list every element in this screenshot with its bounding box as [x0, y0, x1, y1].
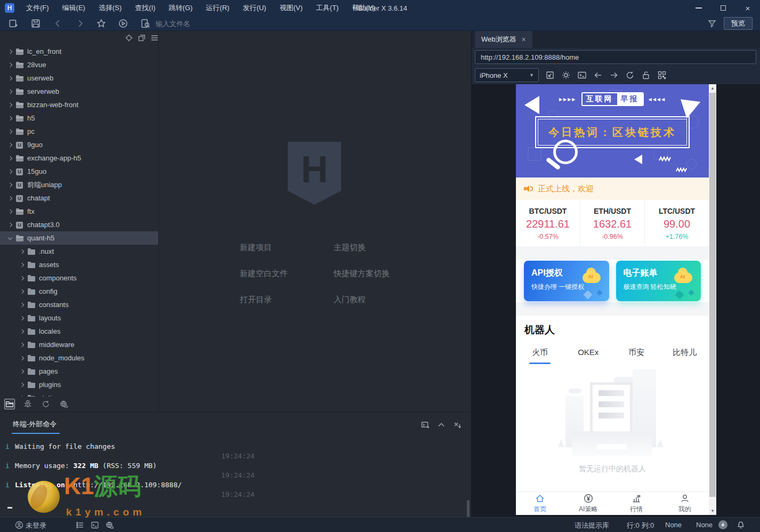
- ticker-cell[interactable]: BTC/USDT 22911.61 -0.57%: [516, 200, 580, 246]
- maximize-button[interactable]: [711, 0, 735, 16]
- chevron-icon[interactable]: [18, 314, 26, 323]
- login-status[interactable]: 未登录: [26, 521, 46, 530]
- chevron-icon[interactable]: [18, 354, 26, 362]
- chevron-icon[interactable]: [18, 367, 26, 376]
- scroll-down-icon[interactable]: ▼: [709, 509, 716, 513]
- forward-icon[interactable]: [75, 19, 85, 28]
- exchange-tab[interactable]: 火币: [516, 343, 564, 364]
- close-panel-icon[interactable]: [453, 421, 462, 431]
- chevron-icon[interactable]: [6, 74, 14, 83]
- tree-item[interactable]: config: [0, 285, 158, 298]
- exchange-tab[interactable]: 币安: [612, 343, 661, 364]
- scrollbar-thumb[interactable]: [709, 93, 716, 497]
- run-icon[interactable]: [118, 19, 128, 28]
- menu-item[interactable]: 发行(U): [242, 3, 266, 13]
- menu-item[interactable]: 跳转(G): [169, 3, 193, 13]
- menu-item[interactable]: 文件(F): [26, 3, 49, 13]
- nav-item[interactable]: 我的: [661, 492, 709, 515]
- save-icon[interactable]: [31, 19, 41, 28]
- new-terminal-icon[interactable]: [421, 421, 430, 431]
- plugin-cloud-icon[interactable]: [106, 521, 114, 529]
- chevron-icon[interactable]: [6, 47, 14, 56]
- tree-item[interactable]: exchange-app-h5: [0, 151, 158, 165]
- url-input[interactable]: [475, 50, 756, 64]
- line-col-status[interactable]: 行:0 列:0: [627, 521, 654, 530]
- chevron-icon[interactable]: [6, 167, 14, 176]
- refresh-icon[interactable]: [625, 70, 635, 80]
- welcome-link[interactable]: 入门教程: [334, 295, 390, 305]
- tree-item[interactable]: 前端uniapp: [0, 178, 158, 191]
- chevron-icon[interactable]: [6, 101, 14, 109]
- outline-list-icon[interactable]: [76, 521, 84, 529]
- hero-banner[interactable]: ▶▶▶▶ 互联网 早报 ◀◀◀◀ 今日热词：区块链技术: [516, 84, 709, 178]
- tab-close-icon[interactable]: ×: [522, 35, 526, 44]
- collapse-all-icon[interactable]: [138, 34, 146, 42]
- open-external-icon[interactable]: [545, 70, 555, 80]
- new-file-icon[interactable]: [9, 19, 18, 28]
- tree-item[interactable]: static: [0, 391, 158, 397]
- cloud-globe-icon[interactable]: [59, 399, 69, 409]
- welcome-link[interactable]: 新建项目: [240, 243, 334, 253]
- download-update-icon[interactable]: [718, 520, 727, 529]
- unlock-icon[interactable]: [641, 70, 651, 80]
- close-button[interactable]: ×: [735, 0, 760, 16]
- chevron-icon[interactable]: [6, 114, 14, 123]
- tree-item[interactable]: userweb: [0, 71, 158, 85]
- tree-item[interactable]: quant-h5: [0, 231, 158, 245]
- locate-file-icon[interactable]: [125, 34, 133, 42]
- tree-item[interactable]: lc_en_front: [0, 45, 158, 58]
- nav-back-icon[interactable]: [593, 70, 603, 80]
- settings-gear-icon[interactable]: [561, 70, 571, 80]
- tree-item[interactable]: bizzan-web-front: [0, 98, 158, 111]
- ticker-cell[interactable]: LTC/USDT 99.00 +1.76%: [644, 200, 709, 246]
- explorer-menu-icon[interactable]: [150, 34, 159, 42]
- menu-item[interactable]: 运行(R): [206, 3, 229, 13]
- file-search-input[interactable]: [156, 18, 273, 29]
- notification-bell-icon[interactable]: [737, 521, 745, 529]
- scroll-up-icon[interactable]: ▲: [709, 86, 716, 91]
- tree-item[interactable]: middleware: [0, 338, 158, 351]
- syntax-lib-status[interactable]: 语法提示库: [575, 521, 609, 530]
- exchange-tab[interactable]: OKEx: [564, 343, 613, 364]
- star-icon[interactable]: [96, 19, 106, 28]
- nav-item[interactable]: 首页: [516, 492, 564, 515]
- filter-icon[interactable]: [708, 19, 716, 28]
- chevron-icon[interactable]: [6, 234, 14, 243]
- ticker-cell[interactable]: ETH/USDT 1632.61 -0.96%: [580, 200, 644, 246]
- chevron-icon[interactable]: [6, 87, 14, 96]
- chevron-icon[interactable]: [6, 194, 14, 203]
- chevron-icon[interactable]: [18, 327, 26, 336]
- tree-item[interactable]: ftx: [0, 205, 158, 218]
- tree-item[interactable]: chatapt3.0: [0, 218, 158, 231]
- chevron-icon[interactable]: [6, 141, 14, 149]
- back-icon[interactable]: [53, 19, 63, 28]
- menu-item[interactable]: 视图(V): [279, 3, 302, 13]
- tree-item[interactable]: locales: [0, 325, 158, 338]
- tree-item[interactable]: constants: [0, 298, 158, 311]
- minimize-button[interactable]: [686, 0, 711, 16]
- debug-bug-icon[interactable]: [22, 399, 33, 409]
- announcement-bar[interactable]: 正式上线，欢迎: [516, 178, 709, 200]
- tree-item[interactable]: components: [0, 271, 158, 285]
- tree-item[interactable]: 15guo: [0, 165, 158, 178]
- terminal-scrollbar[interactable]: [467, 500, 470, 517]
- tree-item[interactable]: pages: [0, 365, 158, 378]
- chevron-icon[interactable]: [18, 301, 26, 309]
- chevron-icon[interactable]: [6, 221, 14, 229]
- feature-card[interactable]: 电子账单 极速查询 轻松知晓: [616, 261, 701, 301]
- chevron-icon[interactable]: [18, 341, 26, 349]
- qr-code-icon[interactable]: [657, 70, 667, 80]
- tree-item[interactable]: chatapt: [0, 191, 158, 205]
- nav-forward-icon[interactable]: [609, 70, 619, 80]
- device-select[interactable]: iPhone X ▼: [475, 68, 539, 82]
- tree-item[interactable]: layouts: [0, 311, 158, 325]
- refresh-sync-icon[interactable]: [41, 399, 51, 409]
- browser-tab[interactable]: Web浏览器 ×: [475, 31, 532, 48]
- filetype-status[interactable]: None: [696, 521, 713, 529]
- exchange-tab[interactable]: 比特儿: [661, 343, 709, 364]
- tree-item[interactable]: 9guo: [0, 138, 158, 151]
- chevron-icon[interactable]: [6, 61, 14, 69]
- nav-item[interactable]: 行情: [612, 492, 661, 515]
- chevron-icon[interactable]: [18, 287, 26, 296]
- encoding-status[interactable]: None: [665, 521, 682, 529]
